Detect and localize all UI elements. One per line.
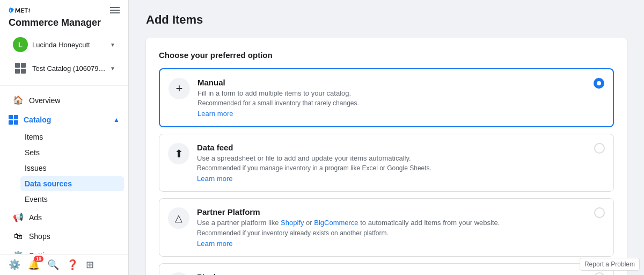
manual-learn-more[interactable]: Learn more: [197, 110, 233, 118]
data-feed-icon: ⬆: [168, 143, 189, 164]
user-chevron-icon: ▼: [110, 42, 115, 48]
meta-wordmark-icon: [9, 6, 30, 14]
pixel-title: Pixel: [197, 272, 587, 275]
app-title: Commerce Manager: [9, 17, 120, 28]
pixel-content: Pixel Use your Meta Pixel to automatical…: [197, 272, 587, 275]
hamburger-menu-icon[interactable]: [110, 7, 120, 13]
catalog-sub-items: Items Sets Issues Data sources Events: [4, 129, 124, 207]
partner-platform-desc: Use a partner platform like Shopify or B…: [197, 218, 587, 228]
manual-title: Manual: [197, 78, 586, 87]
bigcommerce-link[interactable]: BigCommerce: [314, 219, 358, 227]
sidebar-item-label: Overview: [29, 96, 60, 105]
help-icon[interactable]: ❓: [67, 259, 78, 271]
partner-platform-rec: Recommended if your inventory already ex…: [197, 229, 587, 237]
add-items-card: Choose your preferred option + Manual Fi…: [146, 38, 627, 275]
sidebar-item-data-sources[interactable]: Data sources: [20, 176, 124, 191]
catalog-header-left: Catalog: [9, 115, 51, 125]
sidebar-header: Commerce Manager L Lucinda Honeycutt ▼ T…: [0, 0, 128, 86]
sidebar-item-shops[interactable]: 🛍 Shops: [4, 227, 124, 245]
notifications-icon[interactable]: 🔔 10: [28, 259, 40, 271]
partner-platform-content: Partner Platform Use a partner platform …: [197, 207, 587, 247]
sidebar-item-items[interactable]: Items: [20, 129, 124, 144]
catalog-collapse-icon: ▲: [113, 116, 120, 124]
meta-logo-row: [9, 6, 120, 14]
catalog-section: Catalog ▲ Items Sets Issues Data sources: [4, 111, 124, 207]
sidebar-item-overview[interactable]: 🏠 Overview: [4, 91, 124, 110]
catalog-selector[interactable]: Test Catalog (106079406783...) ▼: [9, 57, 120, 79]
sidebar: Commerce Manager L Lucinda Honeycutt ▼ T…: [0, 0, 129, 275]
manual-content: Manual Fill in a form to add multiple it…: [197, 78, 586, 118]
sidebar-item-issues[interactable]: Issues: [20, 161, 124, 176]
meta-logo: [9, 6, 30, 14]
sidebar-item-sets[interactable]: Sets: [20, 145, 124, 160]
shops-icon: 🛍: [13, 231, 24, 241]
catalog-icon: [9, 115, 18, 125]
data-feed-learn-more[interactable]: Learn more: [197, 175, 232, 183]
manual-radio: [594, 78, 604, 89]
avatar: L: [13, 37, 28, 52]
option-partner-platform[interactable]: △ Partner Platform Use a partner platfor…: [159, 198, 614, 256]
sidebar-item-settings[interactable]: ⚙️ Settings: [4, 246, 124, 254]
user-name: Lucinda Honeycutt: [32, 41, 106, 49]
manual-desc: Fill in a form to add multiple items to …: [197, 89, 586, 98]
ads-icon: 📢: [13, 212, 24, 222]
catalog-label: Catalog: [24, 115, 51, 124]
manual-rec: Recommended for a small inventory that r…: [197, 99, 586, 107]
sidebar-nav: 🏠 Overview Catalog ▲ Items: [0, 86, 128, 254]
pixel-radio: [594, 272, 605, 275]
catalog-chevron-icon: ▼: [110, 66, 115, 71]
report-problem-button[interactable]: Report a Problem: [580, 258, 640, 271]
catalog-grid-icon: [13, 61, 28, 76]
overview-icon: 🏠: [13, 95, 24, 105]
sidebar-item-ads[interactable]: 📢 Ads: [4, 208, 124, 227]
option-manual[interactable]: + Manual Fill in a form to add multiple …: [159, 68, 614, 127]
settings-bottom-icon[interactable]: ⚙️: [9, 259, 20, 271]
catalog-name: Test Catalog (106079406783...): [32, 64, 106, 73]
option-data-feed[interactable]: ⬆ Data feed Use a spreadsheet or file to…: [159, 134, 614, 192]
main-content: Add Items Choose your preferred option +…: [129, 0, 644, 275]
data-feed-title: Data feed: [197, 143, 587, 152]
partner-platform-learn-more[interactable]: Learn more: [197, 240, 232, 248]
notification-badge: 10: [34, 256, 43, 262]
user-selector[interactable]: L Lucinda Honeycutt ▼: [9, 34, 120, 55]
option-pixel[interactable]: </> Pixel Use your Meta Pixel to automat…: [159, 263, 614, 275]
sidebar-item-label: Shops: [29, 232, 50, 241]
partner-platform-title: Partner Platform: [197, 207, 587, 216]
search-icon[interactable]: 🔍: [47, 259, 59, 271]
data-feed-content: Data feed Use a spreadsheet or file to a…: [197, 143, 587, 183]
sidebar-item-catalog[interactable]: Catalog ▲: [4, 111, 124, 129]
sidebar-item-label: Ads: [29, 213, 42, 222]
settings-nav-icon: ⚙️: [13, 250, 24, 254]
partner-platform-icon: △: [168, 207, 189, 229]
card-subtitle: Choose your preferred option: [159, 50, 614, 60]
data-feed-desc: Use a spreadsheet or file to add and upd…: [197, 154, 587, 163]
sidebar-bottom: ⚙️ 🔔 10 🔍 ❓ ⊞: [0, 254, 128, 275]
page-title: Add Items: [146, 13, 627, 27]
sidebar-item-events[interactable]: Events: [20, 192, 124, 207]
partner-platform-radio: [594, 207, 605, 218]
view-icon[interactable]: ⊞: [86, 259, 94, 271]
manual-icon: +: [169, 78, 190, 99]
shopify-link[interactable]: Shopify: [281, 219, 304, 227]
pixel-icon: </>: [168, 272, 189, 275]
data-feed-rec: Recommended if you manage inventory in a…: [197, 164, 587, 172]
data-feed-radio: [594, 143, 605, 154]
